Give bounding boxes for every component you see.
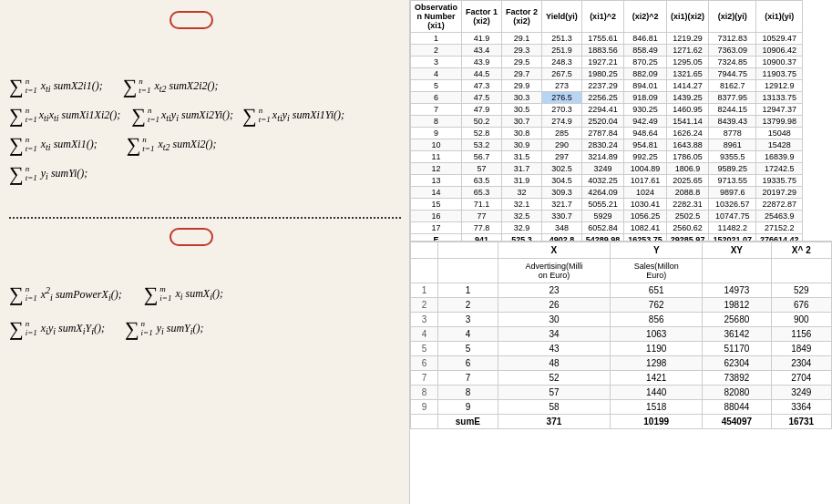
top-table-cell: 10900.37 (755, 57, 803, 68)
top-table-cell: 16 (411, 211, 462, 222)
top-table-cell: 6 (411, 92, 462, 104)
top-table: Observation Number(xi1) Factor 1(xi2) Fa… (410, 0, 803, 242)
sigma-slr-4: ∑ (125, 317, 139, 341)
bottom-table-cell: 88044 (703, 400, 771, 415)
top-table-cell: 16253.75 (624, 234, 667, 242)
top-table-container[interactable]: Observation Number(xi1) Factor 1(xi2) Fa… (410, 0, 832, 242)
top-table-cell: 54289.98 (581, 234, 624, 242)
bottom-table-cell: 1156 (771, 327, 831, 342)
bottom-table-container[interactable]: X Y XY X^ 2 Advertising(Million Euro) Sa… (410, 242, 832, 504)
top-table-cell: 15048 (755, 128, 803, 139)
top-table-cell: 290 (542, 139, 582, 151)
top-table-cell: 7944.75 (709, 68, 756, 80)
top-table-cell: 13799.98 (755, 116, 803, 128)
top-table-cell: 32.9 (502, 222, 542, 234)
top-table-cell: 9897.6 (709, 187, 756, 199)
bottom-subheader-blank2 (438, 259, 498, 283)
top-table-cell: 29.3 (502, 45, 542, 57)
bottom-subheader-x: Advertising(Million Euro) (498, 259, 611, 283)
bottom-table-cell: 651 (611, 283, 703, 298)
bottom-total-blank (411, 415, 438, 429)
bottom-table-cell: 1518 (611, 400, 703, 415)
sigma-icon-7: ∑ (127, 133, 141, 157)
top-table-header-3: Yield(yi) (542, 1, 582, 33)
top-table-cell: 9589.25 (709, 163, 756, 175)
top-table-cell: 15 (411, 199, 462, 211)
top-table-cell: 29.5 (502, 57, 542, 68)
bottom-table-cell: 1421 (611, 371, 703, 386)
bottom-table-cell: 762 (611, 298, 703, 313)
top-table-cell: 2787.84 (581, 128, 624, 139)
top-table-cell: 14 (411, 187, 462, 199)
top-table-cell: 992.25 (624, 151, 667, 163)
bottom-table-cell: 57 (498, 386, 611, 400)
top-table-cell: 10 (411, 139, 462, 151)
top-table-cell: 47.5 (462, 92, 502, 104)
sigma-slr-1: ∑ (9, 283, 24, 306)
top-table-cell: 1755.61 (581, 33, 624, 45)
top-table-cell: 2294.41 (581, 104, 624, 116)
bottom-row-num: 7 (411, 371, 438, 386)
top-table-cell: 6052.84 (581, 222, 624, 234)
top-table-cell: 1030.41 (624, 199, 667, 211)
top-table-cell: 13 (411, 175, 462, 187)
bottom-header-xy: XY (703, 242, 771, 259)
bottom-total-cell: 371 (498, 415, 611, 429)
bottom-table-cell: 25680 (703, 313, 771, 327)
top-table-cell: 13133.75 (755, 92, 803, 104)
bottom-header-x2: X^ 2 (771, 242, 831, 259)
bottom-table-cell: 9 (438, 400, 498, 415)
top-table-cell: 2520.04 (581, 116, 624, 128)
bottom-subheader-x2 (771, 259, 831, 283)
mlr-title-area (55, 11, 328, 31)
left-panel: ∑ nt=1 xti sumX2i1(); ∑ nt=1 xt2 sumX2i2… (0, 0, 410, 504)
top-table-cell: 273 (542, 80, 582, 92)
bottom-table-cell: 73892 (703, 371, 771, 386)
top-table-cell: 1806.9 (666, 163, 709, 175)
slr-title-area (55, 228, 328, 248)
top-table-cell: 30.3 (502, 92, 542, 104)
top-table-cell: 309.3 (542, 187, 582, 199)
bottom-subheader-blank1 (411, 259, 438, 283)
top-table-cell: 2502.5 (666, 211, 709, 222)
top-table-cell: 2025.65 (666, 175, 709, 187)
top-table-cell: 17 (411, 222, 462, 234)
sigma-slr-3: ∑ (9, 317, 24, 341)
top-table-cell: 7363.09 (709, 45, 756, 57)
top-table-cell: 7 (411, 104, 462, 116)
top-table-cell: 29.9 (502, 80, 542, 92)
top-table-cell: 43.4 (462, 45, 502, 57)
top-table-cell: 8778 (709, 128, 756, 139)
top-table-cell: 8162.7 (709, 80, 756, 92)
top-table-header-1: Factor 1(xi2) (462, 1, 502, 33)
bottom-subheader-xy (703, 259, 771, 283)
top-table-cell: 304.5 (542, 175, 582, 187)
sigma-icon-2: ∑ (123, 75, 138, 98)
top-table-cell: 43.9 (462, 57, 502, 68)
bottom-table-cell: 48 (498, 356, 611, 371)
top-table-header-2: Factor 2(xi2) (502, 1, 542, 33)
bottom-table-cell: 1 (438, 283, 498, 298)
top-table-cell: 57 (462, 163, 502, 175)
top-table-cell: 4902.8 (542, 234, 582, 242)
top-table-cell: 10529.47 (755, 33, 803, 45)
bottom-table-cell: 26 (498, 298, 611, 313)
bottom-table-cell: 529 (771, 283, 831, 298)
separator-line (9, 217, 401, 219)
top-table-cell: 8961 (709, 139, 756, 151)
bottom-table-cell: 5 (438, 342, 498, 356)
top-table-cell: 1271.62 (666, 45, 709, 57)
top-table-cell: 29285.97 (666, 234, 709, 242)
bottom-table-cell: 7 (438, 371, 498, 386)
sigma-icon-4: ∑ (131, 104, 146, 128)
top-table-cell: 1056.25 (624, 211, 667, 222)
top-table-cell: 3 (411, 57, 462, 68)
top-table-cell: 30.9 (502, 139, 542, 151)
top-table-cell: 930.25 (624, 104, 667, 116)
bottom-table-cell: 3249 (771, 386, 831, 400)
top-table-cell: 12912.9 (755, 80, 803, 92)
bottom-table-cell: 3 (438, 313, 498, 327)
bottom-table-cell: 34 (498, 327, 611, 342)
bottom-header-y: Y (611, 242, 703, 259)
sigma-icon-8: ∑ (9, 162, 24, 186)
